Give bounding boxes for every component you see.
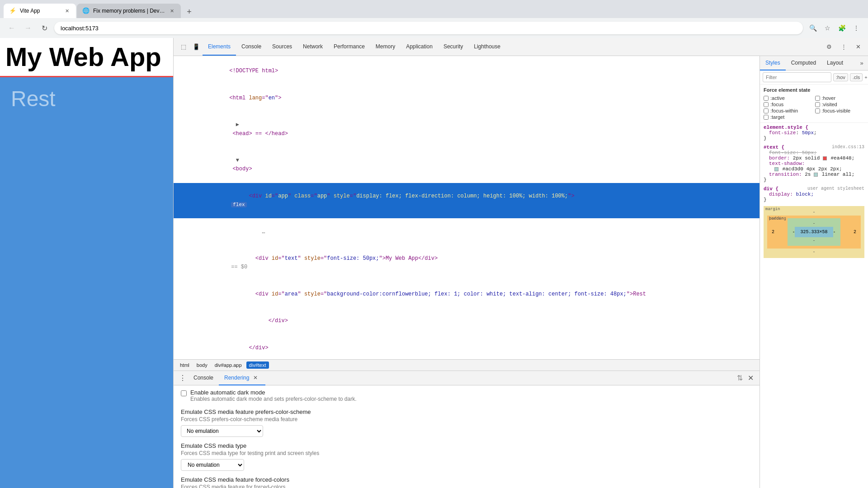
address-input[interactable] — [54, 22, 803, 34]
css-media-type-select[interactable]: No emulation print screen — [181, 459, 244, 471]
tab-close-vite[interactable]: ✕ — [63, 7, 71, 14]
styles-more-tabs-icon[interactable]: » — [855, 57, 868, 70]
html-line-body[interactable]: ▼ <body> — [174, 147, 760, 183]
force-focus-visible-checkbox[interactable] — [815, 108, 820, 113]
styles-add-rule-icon[interactable]: + — [864, 72, 867, 82]
devtools-more-icon[interactable]: ⋮ — [837, 41, 850, 53]
html-line-area-div[interactable]: <div id="area" style="background-color:c… — [174, 281, 760, 308]
styles-tab-more-icon[interactable]: » — [855, 57, 868, 70]
rule-text-selector-row[interactable]: #text { index.css:13 — [764, 145, 864, 150]
tab-console[interactable]: Console — [236, 38, 267, 56]
tab-network[interactable]: Network — [297, 38, 328, 56]
doctype-tag: <!DOCTYPE html> — [229, 68, 278, 74]
rule-text-shadow-prop[interactable]: text-shadow: — [764, 161, 864, 166]
forward-button[interactable]: → — [22, 22, 34, 34]
breadcrumb-body[interactable]: body — [194, 361, 210, 369]
rendering-tab-close[interactable]: ✕ — [251, 373, 260, 382]
breadcrumb-text[interactable]: div#text — [246, 361, 269, 369]
breadcrumb-app[interactable]: div#app.app — [212, 361, 245, 369]
tab-favicon-devtools: 🌐 — [82, 7, 90, 14]
styles-rules[interactable]: element.style { font-size: 50px; } #text… — [760, 123, 868, 488]
html-panel: <!DOCTYPE html> <html lang="en"> ▶ <head… — [174, 56, 760, 359]
rule-text-shadow-value[interactable]: #acd3d0 4px 2px 2px; — [764, 166, 864, 172]
styles-tab-styles[interactable]: Styles — [760, 56, 786, 70]
html-line-html[interactable]: <html lang="en"> — [174, 85, 760, 112]
box-model-margin: margin - border 2 padding - — [764, 206, 864, 258]
rule-div-close: } — [764, 197, 864, 202]
force-hover-checkbox[interactable] — [815, 96, 820, 101]
pseudo-cls-button[interactable]: .cls — [850, 73, 863, 81]
resize-handle[interactable]: ⇅ — [734, 373, 745, 384]
styles-tab-layout[interactable]: Layout — [821, 56, 849, 70]
tab-application[interactable]: Application — [401, 38, 438, 56]
rule-display-prop[interactable]: display: block; — [764, 192, 864, 197]
prefers-color-scheme-desc: Forces CSS prefers-color-scheme media fe… — [181, 416, 752, 422]
extensions-icon[interactable]: 🧩 — [835, 22, 848, 34]
prefers-color-scheme-select[interactable]: No emulation prefers-color-scheme: light… — [181, 425, 263, 437]
html-scroll[interactable]: <!DOCTYPE html> <html lang="en"> ▶ <head… — [174, 56, 760, 359]
drawer-content[interactable]: Enable automatic dark mode Enables autom… — [174, 385, 760, 488]
back-button[interactable]: ← — [5, 22, 18, 34]
styles-filter-input[interactable] — [763, 72, 831, 82]
devtools-inspect-icon[interactable]: ⬚ — [177, 41, 190, 53]
zoom-icon[interactable]: 🔍 — [807, 22, 819, 34]
html-line-app-close[interactable]: </div> — [174, 335, 760, 359]
tab-security[interactable]: Security — [438, 38, 468, 56]
tab-performance[interactable]: Performance — [328, 38, 370, 56]
head-expand[interactable]: ▶ — [236, 122, 239, 128]
rule-font-size-elem[interactable]: font-size: 50px; — [764, 130, 864, 136]
force-state-focus-visible: :focus-visible — [815, 108, 865, 113]
force-focus-within-checkbox[interactable] — [764, 108, 769, 113]
force-focus-visible-label: :focus-visible — [822, 108, 851, 113]
breadcrumb-html[interactable]: html — [177, 361, 192, 369]
rule-border-prop[interactable]: border: 2px solid #ea4848; — [764, 155, 864, 161]
pseudo-hover-button[interactable]: :hov — [833, 73, 848, 81]
devtools-device-icon[interactable]: 📱 — [190, 41, 203, 53]
webpage-preview: My Web App Rest — [0, 38, 173, 488]
tab-favicon-vite: ⚡ — [9, 7, 16, 14]
rule-element-style-selector[interactable]: element.style { — [764, 125, 864, 130]
drawer-tab-console[interactable]: Console — [188, 371, 219, 385]
force-active-label: :active — [770, 95, 785, 101]
tab-memory[interactable]: Memory — [370, 38, 401, 56]
html-line-ellipsis[interactable]: … — [174, 218, 760, 245]
transition-color-swatch[interactable] — [814, 173, 818, 177]
tab-sources[interactable]: Sources — [267, 38, 297, 56]
drawer-options-button[interactable]: ⋮ — [177, 373, 188, 384]
force-active-checkbox[interactable] — [764, 96, 769, 101]
devtools-main: <!DOCTYPE html> <html lang="en"> ▶ <head… — [174, 56, 868, 488]
rule-font-size-prop[interactable]: font-size: 50px; — [764, 150, 864, 155]
body-tag: <body> — [229, 166, 252, 172]
html-line-doctype[interactable]: <!DOCTYPE html> — [174, 58, 760, 85]
tab-elements[interactable]: Elements — [203, 38, 236, 56]
css-media-type-select-wrap: No emulation print screen — [181, 459, 752, 471]
tab-devtools[interactable]: 🌐 Fix memory problems | Dev… ✕ — [77, 4, 181, 18]
bookmark-icon[interactable]: ☆ — [821, 22, 834, 34]
rule-div-selector-row[interactable]: div { user agent stylesheet — [764, 186, 864, 192]
devtools-settings-icon[interactable]: ⚙ — [823, 41, 835, 53]
tab-close-devtools[interactable]: ✕ — [168, 7, 175, 14]
force-focus-checkbox[interactable] — [764, 102, 769, 107]
drawer-tab-rendering[interactable]: Rendering ✕ — [219, 371, 265, 385]
prefers-color-scheme-label: Emulate CSS media feature prefers-color-… — [181, 408, 752, 415]
tab-vite-app[interactable]: ⚡ Vite App ✕ — [4, 4, 76, 18]
drawer-close-button[interactable]: ✕ — [745, 373, 756, 384]
html-line-app-div[interactable]: <div id="app" class="app" style="display… — [174, 183, 760, 219]
styles-tab-computed[interactable]: Computed — [786, 56, 821, 70]
html-line-text-div[interactable]: <div id="text" style="font-size: 50px;">… — [174, 245, 760, 281]
new-tab-button[interactable]: + — [183, 5, 195, 18]
tab-lighthouse[interactable]: Lighthouse — [468, 38, 506, 56]
devtools-close-icon[interactable]: ✕ — [852, 41, 864, 53]
body-expand[interactable]: ▼ — [236, 157, 239, 164]
border-color-swatch[interactable] — [823, 156, 827, 160]
force-visited-checkbox[interactable] — [815, 102, 820, 107]
rule-transition-prop[interactable]: transition: 2s linear all; — [764, 172, 864, 177]
shadow-color-swatch[interactable] — [774, 167, 778, 171]
force-target-checkbox[interactable] — [764, 115, 769, 120]
menu-icon[interactable]: ⋮ — [850, 22, 863, 34]
webpage-title: My Web App — [5, 42, 168, 71]
auto-dark-checkbox[interactable] — [181, 390, 187, 396]
html-line-head[interactable]: ▶ <head> == </head> — [174, 112, 760, 147]
reload-button[interactable]: ↻ — [38, 22, 51, 34]
html-line-area-close[interactable]: </div> — [174, 308, 760, 335]
